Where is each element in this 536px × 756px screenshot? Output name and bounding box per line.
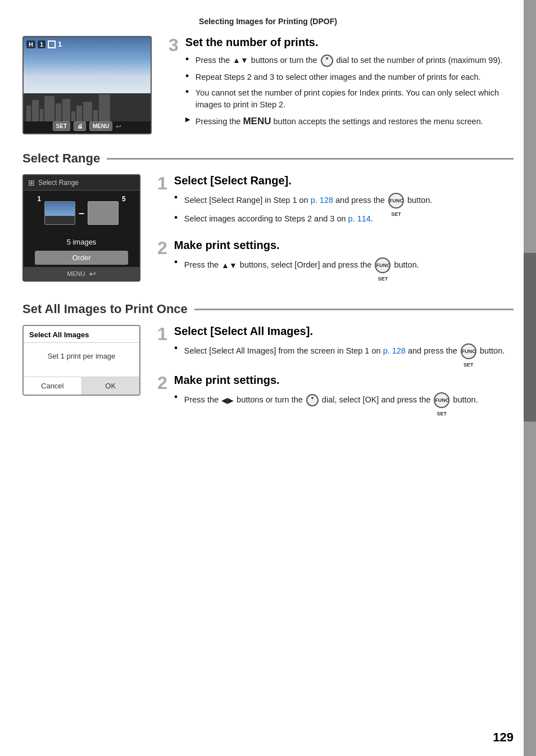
link-p114[interactable]: p. 114 [348, 214, 371, 223]
sr-step-2-title: Make print settings. [174, 239, 514, 252]
sai-step-2-bullets: Press the ◀▶ buttons or turn the dial, s… [174, 392, 514, 408]
print-square-icon [48, 40, 56, 48]
building-row [24, 93, 113, 121]
right-sidebar-dark [524, 253, 536, 422]
dial-icon-2 [306, 394, 319, 406]
sr-step-1-num: 1 [157, 174, 167, 229]
sai-step-1: 1 Select [Select All Images]. Select [Se… [157, 325, 514, 364]
select-range-icon: ⊞ [28, 178, 35, 187]
sai-step-2-num: 2 [157, 374, 167, 413]
sai-header: Select All Images [24, 326, 139, 343]
sr-step-1-bullets: Select [Select Range] in Step 1 on p. 12… [174, 193, 514, 224]
cam-icon-group: H 1 1 [26, 40, 62, 48]
building [93, 110, 98, 121]
select-range-steps: 1 Select [Select Range]. Select [Select … [157, 174, 514, 288]
building [56, 103, 61, 121]
header-title: Selecting Images for Printing (DPOF) [199, 17, 337, 26]
bullet-item: Pressing the MENU button accepts the set… [185, 115, 514, 128]
sr-image-count: 5 images [24, 236, 139, 248]
building [83, 102, 92, 121]
link-p128[interactable]: p. 128 [311, 196, 333, 205]
building [71, 111, 75, 121]
sai-ok-button[interactable]: OK [82, 377, 140, 395]
building [76, 106, 82, 121]
bullet-item: Repeat Steps 2 and 3 to select other ima… [185, 71, 514, 83]
sr-header: ⊞ Select Range [24, 175, 139, 191]
sr-step-1-content: Select [Select Range]. Select [Select Ra… [174, 174, 514, 229]
func-set-btn-icon-3: FUNCSET [461, 343, 476, 359]
sr-dash: – [79, 207, 84, 219]
sai-body: Set 1 print per image [24, 343, 139, 377]
bullet-item: Press the ▲▼ buttons, select [Order] and… [174, 257, 514, 273]
menu-return-icon: ↩ [89, 269, 96, 278]
sr-menu-label: MENU [67, 270, 85, 277]
divider-line [107, 158, 514, 160]
sai-cancel-button[interactable]: Cancel [24, 377, 82, 395]
hd-badge: H [26, 40, 35, 48]
building [44, 96, 54, 121]
sr-body: 1 – 5 [24, 191, 139, 236]
sr-start-num: 1 [37, 195, 41, 203]
building [99, 94, 110, 121]
sai-step-1-num: 1 [157, 325, 167, 364]
sr-end-num: 5 [122, 195, 126, 203]
section-3: H 1 1 SET 🖨 MENU ↩ 3 Set the number of p… [22, 36, 514, 134]
func-set-btn-icon-4: FUNCSET [434, 392, 449, 408]
sr-step-2-num: 2 [157, 239, 167, 278]
divider-line-2 [194, 309, 514, 310]
func-set-btn-icon-2: FUNCSET [375, 257, 390, 273]
bullet-item: Select [Select Range] in Step 1 on p. 12… [174, 193, 514, 209]
page-number: 129 [493, 730, 514, 745]
arrow-updown-icon-2: ▲▼ [221, 260, 237, 271]
arrow-leftright-icon: ◀▶ [221, 395, 234, 406]
camera-overlay-top: H 1 1 [26, 40, 148, 48]
bullet-item: Press the ▲▼ buttons or turn the dial to… [185, 55, 514, 67]
sai-step-1-title: Select [Select All Images]. [174, 325, 514, 338]
bullet-item: Select images according to Steps 2 and 3… [174, 213, 514, 224]
thumb-ground [45, 216, 75, 225]
set-all-title: Set All Images to Print Once [22, 302, 188, 316]
sai-step-2-title: Make print settings. [174, 374, 514, 387]
building [62, 99, 70, 121]
select-all-screen: Select All Images Set 1 print per image … [22, 325, 140, 396]
set-all-images-divider: Set All Images to Print Once [22, 302, 514, 316]
return-arrow: ↩ [116, 123, 121, 130]
buildings-bg [24, 93, 151, 121]
link-p128-2[interactable]: p. 128 [383, 346, 406, 355]
sai-step-1-content: Select [Select All Images]. Select [Sele… [174, 325, 514, 364]
sr-thumb-start [44, 201, 75, 225]
building [26, 106, 31, 121]
bullet-item: You cannot set the number of print copie… [185, 87, 514, 110]
step-3-content: Set the number of prints. Press the ▲▼ b… [185, 36, 514, 133]
select-range-screen: ⊞ Select Range 1 – 5 5 images Order MENU… [22, 174, 140, 282]
dial-icon [321, 55, 333, 67]
building [40, 109, 43, 121]
select-range-divider: Select Range [22, 151, 514, 166]
arrow-updown-icon: ▲▼ [233, 55, 248, 66]
select-range-title: Select Range [22, 151, 100, 166]
sr-step-2-content: Make print settings. Press the ▲▼ button… [174, 239, 514, 278]
step-3-bullets: Press the ▲▼ buttons or turn the dial to… [185, 55, 514, 128]
sr-step-2-bullets: Press the ▲▼ buttons, select [Order] and… [174, 257, 514, 273]
sr-step-1: 1 Select [Select Range]. Select [Select … [157, 174, 514, 229]
print-btn: 🖨 [74, 121, 86, 131]
num-badge: 1 [38, 40, 46, 48]
sr-step-1-title: Select [Select Range]. [174, 174, 514, 187]
camera-screen-mockup: H 1 1 SET 🖨 MENU ↩ [22, 36, 152, 134]
sr-thumb-end [88, 201, 119, 225]
sai-step-1-bullets: Select [Select All Images] from the scre… [174, 343, 514, 359]
sai-step-2: 2 Make print settings. Press the ◀▶ butt… [157, 374, 514, 413]
set-btn: SET [53, 121, 70, 131]
building [32, 100, 39, 121]
sai-footer: Cancel OK [24, 377, 139, 395]
sai-body-text: Set 1 print per image [48, 352, 116, 360]
sai-step-2-content: Make print settings. Press the ◀▶ button… [174, 374, 514, 413]
sr-order-button[interactable]: Order [35, 251, 128, 265]
bullet-item: Press the ◀▶ buttons or turn the dial, s… [174, 392, 514, 408]
step-3-number: 3 [169, 36, 179, 133]
set-all-images-section: Select All Images Set 1 print per image … [22, 325, 514, 423]
func-set-btn-icon: FUNCSET [388, 193, 404, 209]
print-num: 1 [58, 40, 62, 48]
menu-btn: MENU [89, 121, 112, 131]
step-3-title: Set the number of prints. [185, 36, 514, 49]
